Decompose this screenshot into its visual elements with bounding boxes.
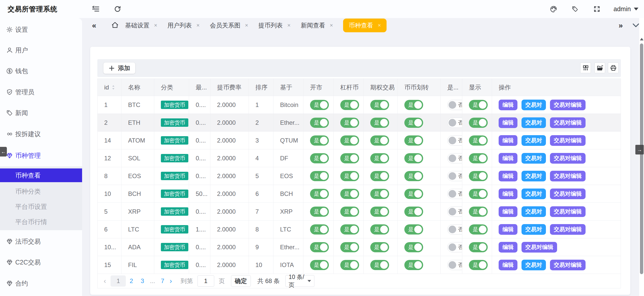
page-link[interactable]: 3 xyxy=(141,277,144,285)
pair-button[interactable]: 交易对 xyxy=(522,206,546,217)
menu-fold-icon[interactable] xyxy=(90,0,101,18)
edit-button[interactable]: 编辑 xyxy=(499,100,517,110)
toggle-on[interactable]: 是 xyxy=(469,118,488,128)
toggle-on[interactable]: 是 xyxy=(310,171,329,181)
fullscreen-icon[interactable] xyxy=(591,0,602,18)
toggle-on[interactable]: 是 xyxy=(404,135,423,146)
close-icon[interactable]: × xyxy=(154,23,157,28)
toggle-on[interactable]: 是 xyxy=(370,118,389,128)
tab-币种查看[interactable]: 币种查看× xyxy=(343,19,387,32)
toggle-on[interactable]: 是 xyxy=(310,135,329,146)
toggle-on[interactable]: 是 xyxy=(310,100,329,110)
toggle-on[interactable]: 是 xyxy=(370,135,389,146)
toggle-on[interactable]: 是 xyxy=(370,189,389,199)
pair-button[interactable]: 交易对 xyxy=(522,100,546,110)
toggle-on[interactable]: 是 xyxy=(340,189,359,199)
tab-会员关系图[interactable]: 会员关系图× xyxy=(210,19,248,32)
export-icon[interactable] xyxy=(594,63,605,73)
toggle-off[interactable]: 否 xyxy=(447,118,462,128)
tab-新闻查看[interactable]: 新闻查看× xyxy=(301,19,333,32)
toggle-on[interactable]: 是 xyxy=(370,242,389,252)
confirm-button[interactable]: 确定 xyxy=(231,275,251,287)
close-icon[interactable]: × xyxy=(196,23,200,28)
pair-edit-button[interactable]: 交易对编辑 xyxy=(550,117,586,128)
pair-edit-button[interactable]: 交易对编辑 xyxy=(550,100,586,110)
toggle-off[interactable]: 否 xyxy=(447,171,462,181)
toggle-on[interactable]: 是 xyxy=(404,260,423,270)
edit-button[interactable]: 编辑 xyxy=(499,189,517,199)
page-jump-input[interactable] xyxy=(197,275,214,287)
edit-button[interactable]: 编辑 xyxy=(499,117,517,128)
pair-button[interactable]: 交易对 xyxy=(522,171,546,181)
toggle-off[interactable]: 否 xyxy=(447,242,462,252)
pair-edit-button[interactable]: 交易对编辑 xyxy=(550,224,586,235)
sidebar-subitem[interactable]: 平台币行情 xyxy=(0,214,82,229)
pair-edit-button[interactable]: 交易对编辑 xyxy=(550,153,586,164)
sidebar-subitem[interactable]: 平台币设置 xyxy=(0,199,82,214)
toggle-on[interactable]: 是 xyxy=(469,207,488,217)
sidebar-item[interactable]: 法币交易 xyxy=(0,234,82,248)
edit-button[interactable]: 编辑 xyxy=(499,242,517,253)
close-icon[interactable]: × xyxy=(378,23,381,28)
palette-icon[interactable] xyxy=(548,0,559,18)
panel-expand-handle[interactable]: → xyxy=(635,145,644,154)
home-tab[interactable] xyxy=(109,19,121,32)
toggle-on[interactable]: 是 xyxy=(370,171,389,181)
vertical-scrollbar[interactable] xyxy=(639,18,644,296)
edit-button[interactable]: 编辑 xyxy=(499,153,517,164)
toggle-on[interactable]: 是 xyxy=(310,153,329,163)
sidebar-item[interactable]: 钱包 xyxy=(0,64,82,78)
sidebar-item[interactable]: 新闻 xyxy=(0,106,82,120)
toggle-off[interactable]: 否 xyxy=(447,224,462,235)
edit-button[interactable]: 编辑 xyxy=(499,260,517,270)
edit-button[interactable]: 编辑 xyxy=(499,171,517,181)
add-button[interactable]: 添加 xyxy=(103,63,135,74)
toggle-on[interactable]: 是 xyxy=(370,100,389,110)
pair-edit-button[interactable]: 交易对编辑 xyxy=(550,260,586,270)
toggle-on[interactable]: 是 xyxy=(340,260,359,270)
toggle-on[interactable]: 是 xyxy=(404,189,423,199)
prev-page-button[interactable]: ‹ xyxy=(104,277,106,285)
page-link[interactable]: 2 xyxy=(130,277,133,285)
page-link[interactable]: 7 xyxy=(161,277,164,285)
sidebar-item[interactable]: 币种管理 xyxy=(0,148,82,163)
toggle-on[interactable]: 是 xyxy=(340,135,359,146)
toggle-on[interactable]: 是 xyxy=(404,242,423,252)
toggle-on[interactable]: 是 xyxy=(404,207,423,217)
tabs-scroll-right[interactable]: » xyxy=(619,18,623,33)
sidebar-item[interactable]: 设置 xyxy=(0,22,82,37)
toggle-on[interactable]: 是 xyxy=(404,153,423,163)
toggle-on[interactable]: 是 xyxy=(469,189,488,199)
toggle-on[interactable]: 是 xyxy=(469,242,488,252)
sort-icon[interactable] xyxy=(112,85,115,90)
page-current[interactable]: 1 xyxy=(111,275,126,287)
pair-button[interactable]: 交易对 xyxy=(522,135,546,146)
sidebar-item[interactable]: 管理员 xyxy=(0,85,82,99)
toggle-on[interactable]: 是 xyxy=(340,118,359,128)
toggle-off[interactable]: 否 xyxy=(447,207,462,217)
sidebar-item[interactable]: 合约 xyxy=(0,276,82,290)
toggle-off[interactable]: 否 xyxy=(447,100,462,110)
refresh-icon[interactable] xyxy=(112,0,123,18)
page-size-select[interactable]: 10 条/页 xyxy=(285,275,314,287)
close-icon[interactable]: × xyxy=(245,23,248,28)
toggle-on[interactable]: 是 xyxy=(310,118,329,128)
toggle-on[interactable]: 是 xyxy=(404,171,423,181)
edit-button[interactable]: 编辑 xyxy=(499,206,517,217)
toggle-on[interactable]: 是 xyxy=(370,207,389,217)
pair-edit-button[interactable]: 交易对编辑 xyxy=(550,189,586,199)
sidebar-item[interactable]: C2C交易 xyxy=(0,255,82,269)
tabs-dropdown-button[interactable] xyxy=(632,23,640,29)
user-menu[interactable]: admin xyxy=(614,0,638,18)
next-page-button[interactable]: › xyxy=(170,277,172,285)
pair-button[interactable]: 交易对 xyxy=(522,224,546,235)
pair-button[interactable]: 交易对 xyxy=(522,153,546,164)
toggle-on[interactable]: 是 xyxy=(469,153,488,163)
tab-基础设置[interactable]: 基础设置× xyxy=(125,19,157,32)
toggle-on[interactable]: 是 xyxy=(370,153,389,163)
toggle-on[interactable]: 是 xyxy=(370,260,389,270)
toggle-on[interactable]: 是 xyxy=(310,260,329,270)
scroll-up-arrow[interactable] xyxy=(640,38,643,40)
pair-button[interactable]: 交易对 xyxy=(522,189,546,199)
sidebar-collapse-handle[interactable]: ← xyxy=(0,147,7,157)
